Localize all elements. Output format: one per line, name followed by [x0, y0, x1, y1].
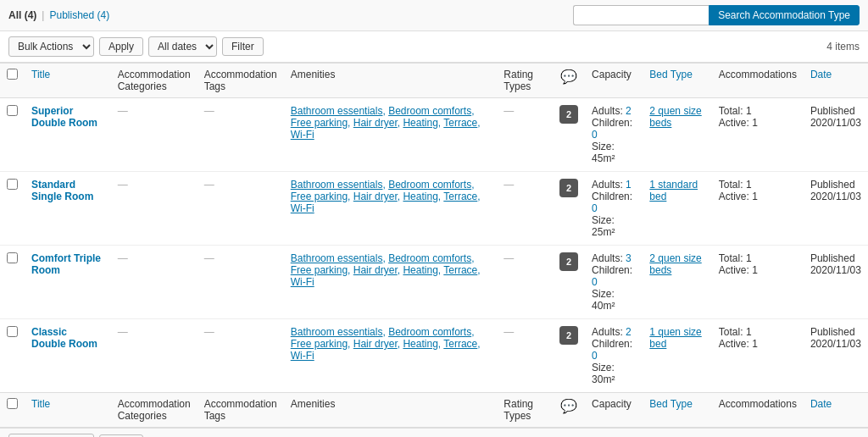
row-title-link-0[interactable]: Superior Double Room: [31, 105, 97, 129]
amenity-link[interactable]: Free parking: [291, 191, 348, 202]
col-tags-footer: AccommodationTags: [198, 393, 284, 428]
row-rating-types-3: —: [497, 319, 553, 393]
top-bar: All (4) | Published (4) Search Accommoda…: [0, 0, 868, 31]
col-categories-footer: AccommodationCategories: [111, 393, 198, 428]
row-capacity-3: Adults: 2 Children: 0 Size: 30m²: [585, 319, 643, 393]
amenity-link[interactable]: Wi-Fi: [291, 350, 314, 362]
toolbar-bottom-left: Bulk Actions Apply: [8, 434, 143, 437]
filter-button[interactable]: Filter: [222, 37, 264, 56]
amenity-link[interactable]: Terrace: [443, 338, 477, 350]
row-tags-1: —: [198, 172, 284, 246]
row-tags-2: —: [198, 246, 284, 319]
col-amenities: Amenities: [284, 64, 498, 98]
amenity-link[interactable]: Terrace: [443, 264, 477, 276]
amenity-link[interactable]: Bathroom essentials: [291, 179, 383, 191]
row-title-link-3[interactable]: Classic Double Room: [31, 326, 97, 350]
col-title-footer[interactable]: Title: [25, 393, 111, 428]
col-rating-types-footer: Rating Types: [497, 393, 553, 428]
amenity-link[interactable]: Heating: [403, 264, 437, 276]
tab-published[interactable]: Published (4): [49, 9, 109, 21]
apply-button-top[interactable]: Apply: [99, 37, 143, 56]
amenity-link[interactable]: Heating: [403, 117, 437, 129]
col-amenities-footer: Amenities: [284, 393, 498, 428]
row-accommodations-3: Total: 1Active: 1: [712, 319, 804, 393]
row-capacity-1: Adults: 1 Children: 0 Size: 25m²: [585, 172, 643, 246]
amenity-link[interactable]: Heating: [403, 338, 437, 350]
row-tags-0: —: [198, 98, 284, 172]
row-checkbox-3[interactable]: [7, 326, 18, 337]
amenity-link[interactable]: Free parking: [291, 264, 348, 276]
amenity-link[interactable]: Hair dryer: [353, 264, 398, 276]
search-bar: Search Accommodation Type: [573, 5, 860, 25]
row-title-0: Superior Double Room: [25, 98, 111, 172]
col-date[interactable]: Date: [804, 64, 868, 98]
col-rating-types: Rating Types: [497, 64, 553, 98]
amenity-link[interactable]: Wi-Fi: [291, 202, 314, 214]
toolbar-top: Bulk Actions Apply All dates Filter 4 it…: [0, 31, 868, 63]
row-title-link-1[interactable]: Standard Single Room: [31, 179, 93, 202]
col-bed-type-footer[interactable]: Bed Type: [643, 393, 712, 428]
chat-icon: 💬: [560, 69, 577, 84]
row-checkbox-0[interactable]: [7, 105, 18, 116]
amenity-link[interactable]: Bedroom comforts: [388, 105, 471, 117]
row-title-link-2[interactable]: Comfort Triple Room: [31, 252, 101, 276]
bed-type-link-3[interactable]: 1 quen size bed: [649, 326, 701, 350]
row-rating-types-0: —: [497, 98, 553, 172]
row-bed-type-2: 2 quen size beds: [643, 246, 712, 319]
row-title-2: Comfort Triple Room: [25, 246, 111, 319]
col-accommodations-footer: Accommodations: [712, 393, 804, 428]
row-title-3: Classic Double Room: [25, 319, 111, 393]
amenity-link[interactable]: Hair dryer: [353, 117, 398, 129]
amenity-link[interactable]: Bathroom essentials: [291, 326, 383, 338]
amenity-link[interactable]: Bathroom essentials: [291, 252, 383, 264]
row-date-0: Published2020/11/03: [804, 98, 868, 172]
search-button[interactable]: Search Accommodation Type: [709, 5, 860, 25]
amenity-link[interactable]: Hair dryer: [353, 191, 398, 202]
row-capacity-2: Adults: 3 Children: 0 Size: 40m²: [585, 246, 643, 319]
amenity-link[interactable]: Free parking: [291, 117, 348, 129]
toolbar-bottom: Bulk Actions Apply 4 items: [0, 428, 868, 437]
amenity-link[interactable]: Bedroom comforts: [388, 252, 471, 264]
row-amenities-2: Bathroom essentials, Bedroom comforts, F…: [284, 246, 498, 319]
row-date-3: Published2020/11/03: [804, 319, 868, 393]
amenity-link[interactable]: Wi-Fi: [291, 276, 314, 288]
bed-type-link-1[interactable]: 1 standard bed: [649, 179, 698, 202]
select-all-checkbox-bottom[interactable]: [7, 398, 18, 409]
row-capacity-0: Adults: 2 Children: 0 Size: 45m²: [585, 98, 643, 172]
row-tags-3: —: [198, 319, 284, 393]
bed-type-link-0[interactable]: 2 quen size beds: [649, 105, 701, 129]
table-row: Classic Double Room — — Bathroom essenti…: [0, 319, 868, 393]
amenity-link[interactable]: Terrace: [443, 191, 477, 202]
select-all-checkbox-top[interactable]: [7, 69, 18, 80]
bulk-actions-select-bottom[interactable]: Bulk Actions: [8, 434, 94, 437]
bed-type-link-2[interactable]: 2 quen size beds: [649, 252, 701, 276]
row-checkbox-1[interactable]: [7, 179, 18, 190]
amenity-link[interactable]: Terrace: [443, 117, 477, 129]
row-bed-type-0: 2 quen size beds: [643, 98, 712, 172]
row-categories-1: —: [111, 172, 198, 246]
col-tags: AccommodationTags: [198, 64, 284, 98]
amenity-link[interactable]: Wi-Fi: [291, 129, 314, 141]
amenity-link[interactable]: Heating: [403, 191, 437, 202]
search-input[interactable]: [573, 5, 709, 25]
row-categories-3: —: [111, 319, 198, 393]
col-date-footer[interactable]: Date: [804, 393, 868, 428]
amenity-link[interactable]: Free parking: [291, 338, 348, 350]
amenity-link[interactable]: Hair dryer: [353, 338, 398, 350]
amenity-link[interactable]: Bathroom essentials: [291, 105, 383, 117]
amenity-link[interactable]: Bedroom comforts: [388, 326, 471, 338]
tab-all[interactable]: All (4): [8, 9, 36, 21]
col-title[interactable]: Title: [25, 64, 111, 98]
col-chat: 💬: [553, 64, 585, 98]
dates-select[interactable]: All dates: [148, 36, 217, 57]
toolbar-left: Bulk Actions Apply All dates Filter: [8, 36, 264, 57]
tab-links: All (4) | Published (4): [8, 9, 109, 21]
row-amenities-1: Bathroom essentials, Bedroom comforts, F…: [284, 172, 498, 246]
bulk-actions-select[interactable]: Bulk Actions: [8, 36, 94, 57]
row-date-2: Published2020/11/03: [804, 246, 868, 319]
amenity-link[interactable]: Bedroom comforts: [388, 179, 471, 191]
table-footer-row: Title AccommodationCategories Accommodat…: [0, 393, 868, 428]
col-bed-type[interactable]: Bed Type: [643, 64, 712, 98]
row-chat-0: 2: [553, 98, 585, 172]
row-checkbox-2[interactable]: [7, 252, 18, 263]
